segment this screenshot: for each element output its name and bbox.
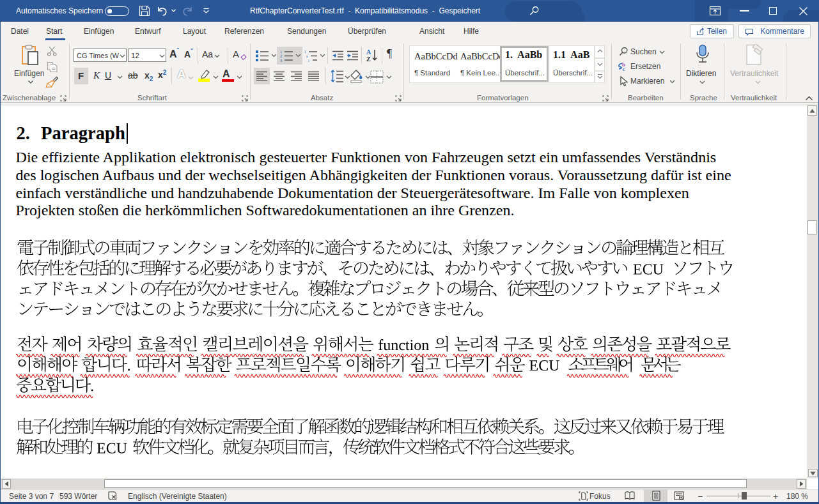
svg-text:A: A (366, 49, 371, 56)
svg-text:1: 1 (304, 50, 306, 54)
svg-text:i: i (308, 59, 309, 63)
svg-text:3: 3 (280, 58, 282, 63)
svg-text:Z: Z (366, 56, 371, 63)
svg-text:a: a (306, 54, 308, 58)
svg-text:c: c (623, 66, 625, 72)
svg-text:1: 1 (280, 49, 282, 54)
